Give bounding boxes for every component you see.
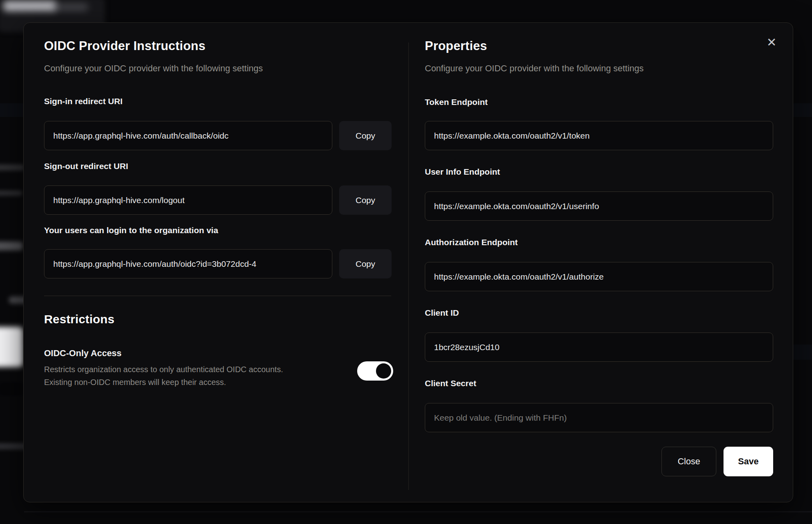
- properties-subtitle: Configure your OIDC provider with the fo…: [425, 63, 644, 74]
- bg-divider: [24, 511, 812, 512]
- token-endpoint-label: Token Endpoint: [425, 97, 488, 107]
- client-id-input[interactable]: [425, 333, 773, 362]
- bg-blur-text: [0, 242, 23, 250]
- userinfo-endpoint-label: User Info Endpoint: [425, 167, 500, 177]
- column-divider: [408, 42, 409, 490]
- signout-redirect-label: Sign-out redirect URI: [44, 161, 128, 171]
- restrictions-title: Restrictions: [44, 312, 115, 326]
- org-login-input[interactable]: [44, 249, 332, 278]
- instructions-subtitle: Configure your OIDC provider with the fo…: [44, 63, 263, 74]
- client-secret-input[interactable]: [425, 403, 773, 432]
- oidc-only-description-line: Existing non-OIDC members will keep thei…: [44, 376, 283, 389]
- signin-redirect-row: Copy: [44, 121, 392, 150]
- bg-blur-white-box: [0, 327, 23, 367]
- org-login-row: Copy: [44, 249, 392, 278]
- copy-org-login-button[interactable]: Copy: [339, 249, 392, 278]
- bg-blur-text: [3, 1, 56, 11]
- toggle-knob: [376, 363, 391, 379]
- signout-redirect-row: Copy: [44, 185, 392, 215]
- instructions-title: OIDC Provider Instructions: [44, 39, 205, 53]
- properties-column: Properties Configure your OIDC provider …: [425, 23, 773, 502]
- oidc-only-toggle[interactable]: [357, 361, 393, 381]
- oidc-only-label: OIDC-Only Access: [44, 348, 122, 359]
- properties-title: Properties: [425, 39, 487, 53]
- instructions-column: OIDC Provider Instructions Configure you…: [44, 23, 392, 502]
- bg-blur-text: [0, 164, 25, 171]
- signin-redirect-label: Sign-in redirect URI: [44, 97, 123, 106]
- bg-blur-text: [0, 190, 22, 196]
- copy-signout-button[interactable]: Copy: [339, 185, 392, 215]
- authorization-endpoint-label: Authorization Endpoint: [425, 238, 518, 247]
- userinfo-endpoint-input[interactable]: [425, 191, 773, 221]
- signin-redirect-input[interactable]: [44, 121, 332, 150]
- copy-signin-button[interactable]: Copy: [339, 121, 392, 150]
- save-button[interactable]: Save: [724, 447, 773, 476]
- token-endpoint-input[interactable]: [425, 121, 773, 150]
- client-id-label: Client ID: [425, 308, 459, 318]
- authorization-endpoint-input[interactable]: [425, 262, 773, 291]
- signout-redirect-input[interactable]: [44, 185, 332, 215]
- close-button[interactable]: Close: [661, 447, 716, 476]
- client-secret-label: Client Secret: [425, 379, 476, 388]
- oidc-only-description: Restricts organization access to only au…: [44, 363, 283, 389]
- oidc-only-description-line: Restricts organization access to only au…: [44, 363, 283, 376]
- bg-blur-text: [51, 3, 88, 11]
- oidc-settings-modal: ✕ OIDC Provider Instructions Configure y…: [23, 22, 793, 502]
- bg-blur-dark-band: [0, 383, 23, 395]
- modal-actions: Close Save: [661, 447, 773, 476]
- section-divider: [44, 296, 391, 296]
- org-login-label: Your users can login to the organization…: [44, 226, 218, 235]
